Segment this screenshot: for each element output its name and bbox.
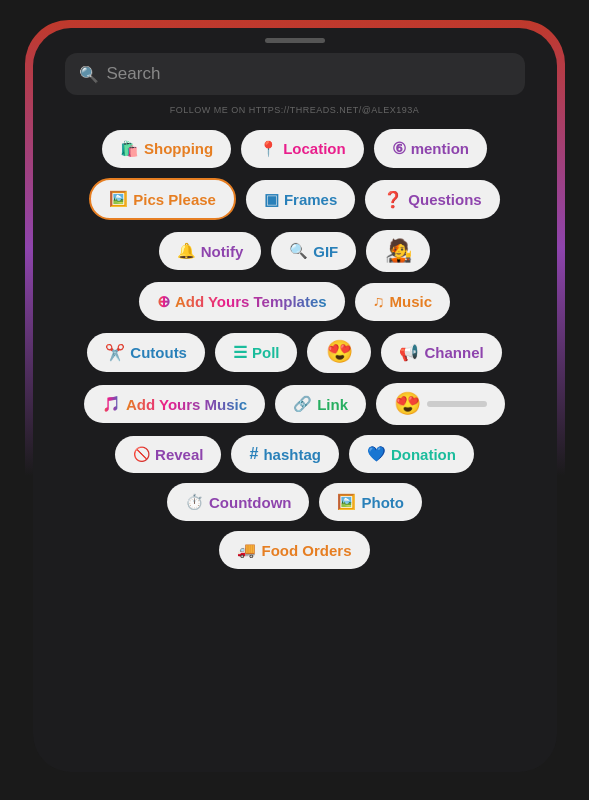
channel-button[interactable]: 📢 Channel — [381, 333, 501, 372]
avatar-emoji: 🧑‍🎤 — [385, 238, 412, 264]
add-yours-music-icon: 🎵 — [102, 395, 121, 413]
music-label: Music — [390, 293, 433, 310]
emoji-slider-button[interactable]: 😍 — [376, 383, 505, 425]
music-button[interactable]: ♫ Music — [355, 283, 451, 321]
pics-please-button[interactable]: 🖼️ Pics Please — [89, 178, 236, 220]
notify-label: Notify — [201, 243, 244, 260]
pics-icon: 🖼️ — [109, 190, 128, 208]
shopping-icon: 🛍️ — [120, 140, 139, 158]
mention-icon: ⑥ — [392, 139, 406, 158]
sticker-grid: 🛍️ Shopping 📍 Location ⑥ mention 🖼️ Pics… — [55, 129, 535, 569]
location-label: Location — [283, 140, 346, 157]
channel-icon: 📢 — [399, 343, 419, 362]
search-placeholder: Search — [107, 64, 161, 84]
location-icon: 📍 — [259, 140, 278, 158]
notify-icon: 🔔 — [177, 242, 196, 260]
countdown-icon: ⏱️ — [185, 493, 204, 511]
mention-button[interactable]: ⑥ mention — [374, 129, 487, 168]
notch-bar — [265, 38, 325, 43]
frames-icon: ▣ — [264, 190, 279, 209]
link-label: Link — [317, 396, 348, 413]
photo-label: Photo — [361, 494, 404, 511]
cutouts-label: Cutouts — [130, 344, 187, 361]
add-yours-templates-label: Add Yours Templates — [175, 293, 327, 310]
row-6: 🎵 Add Yours Music 🔗 Link 😍 — [84, 383, 505, 425]
cutouts-button[interactable]: ✂️ Cutouts — [87, 333, 205, 372]
photo-icon: 🖼️ — [337, 493, 356, 511]
row-3: 🔔 Notify 🔍 GIF 🧑‍🎤 — [159, 230, 431, 272]
gif-button[interactable]: 🔍 GIF — [271, 232, 356, 270]
shopping-label: Shopping — [144, 140, 213, 157]
hashtag-label: hashtag — [263, 446, 321, 463]
poll-button[interactable]: ☰ Poll — [215, 333, 298, 372]
row-9: 🚚 Food Orders — [219, 531, 369, 569]
location-button[interactable]: 📍 Location — [241, 130, 364, 168]
donation-icon: 💙 — [367, 445, 386, 463]
mention-label: mention — [411, 140, 469, 157]
countdown-button[interactable]: ⏱️ Countdown — [167, 483, 309, 521]
phone-screen: 🔍 Search FOLLOW ME ON HTTPS://THREADS.NE… — [33, 28, 557, 772]
questions-label: Questions — [408, 191, 481, 208]
row-1: 🛍️ Shopping 📍 Location ⑥ mention — [102, 129, 487, 168]
donation-button[interactable]: 💙 Donation — [349, 435, 474, 473]
heart-eyes-button[interactable]: 😍 — [307, 331, 371, 373]
food-orders-icon: 🚚 — [237, 541, 256, 559]
avatar-button[interactable]: 🧑‍🎤 — [366, 230, 430, 272]
pics-please-label: Pics Please — [133, 191, 216, 208]
channel-label: Channel — [424, 344, 483, 361]
reveal-label: Reveal — [155, 446, 203, 463]
gif-label: GIF — [313, 243, 338, 260]
add-yours-templates-button[interactable]: ⊕ Add Yours Templates — [139, 282, 345, 321]
hashtag-icon: # — [249, 445, 258, 463]
follow-text: FOLLOW ME ON HTTPS://THREADS.NET/@ALEX19… — [170, 105, 420, 115]
row-8: ⏱️ Countdown 🖼️ Photo — [167, 483, 422, 521]
add-yours-music-label: Add Yours Music — [126, 396, 247, 413]
reveal-button[interactable]: 🚫 Reveal — [115, 436, 221, 473]
reveal-icon: 🚫 — [133, 446, 150, 462]
heart-eyes-emoji: 😍 — [326, 339, 353, 365]
shopping-button[interactable]: 🛍️ Shopping — [102, 130, 231, 168]
emoji-slider-emoji: 😍 — [394, 391, 421, 417]
slider-bar — [427, 401, 487, 407]
add-yours-music-button[interactable]: 🎵 Add Yours Music — [84, 385, 265, 423]
row-5: ✂️ Cutouts ☰ Poll 😍 📢 Channel — [87, 331, 501, 373]
food-orders-label: Food Orders — [261, 542, 351, 559]
donation-label: Donation — [391, 446, 456, 463]
link-icon: 🔗 — [293, 395, 312, 413]
poll-icon: ☰ — [233, 343, 247, 362]
photo-button[interactable]: 🖼️ Photo — [319, 483, 422, 521]
phone-wrapper: 🔍 Search FOLLOW ME ON HTTPS://THREADS.NE… — [25, 20, 565, 780]
frames-button[interactable]: ▣ Frames — [246, 180, 355, 219]
countdown-label: Countdown — [209, 494, 291, 511]
music-icon: ♫ — [373, 293, 385, 311]
add-yours-templates-icon: ⊕ — [157, 292, 170, 311]
row-2: 🖼️ Pics Please ▣ Frames ❓ Questions — [89, 178, 499, 220]
notify-button[interactable]: 🔔 Notify — [159, 232, 262, 270]
questions-icon: ❓ — [383, 190, 403, 209]
food-orders-button[interactable]: 🚚 Food Orders — [219, 531, 369, 569]
frames-label: Frames — [284, 191, 337, 208]
questions-button[interactable]: ❓ Questions — [365, 180, 499, 219]
hashtag-button[interactable]: # hashtag — [231, 435, 338, 473]
search-icon: 🔍 — [79, 65, 99, 84]
poll-label: Poll — [252, 344, 280, 361]
gif-icon: 🔍 — [289, 242, 308, 260]
row-7: 🚫 Reveal # hashtag 💙 Donation — [115, 435, 474, 473]
link-button[interactable]: 🔗 Link — [275, 385, 366, 423]
cutouts-icon: ✂️ — [105, 343, 125, 362]
search-bar[interactable]: 🔍 Search — [65, 53, 525, 95]
row-4: ⊕ Add Yours Templates ♫ Music — [139, 282, 450, 321]
